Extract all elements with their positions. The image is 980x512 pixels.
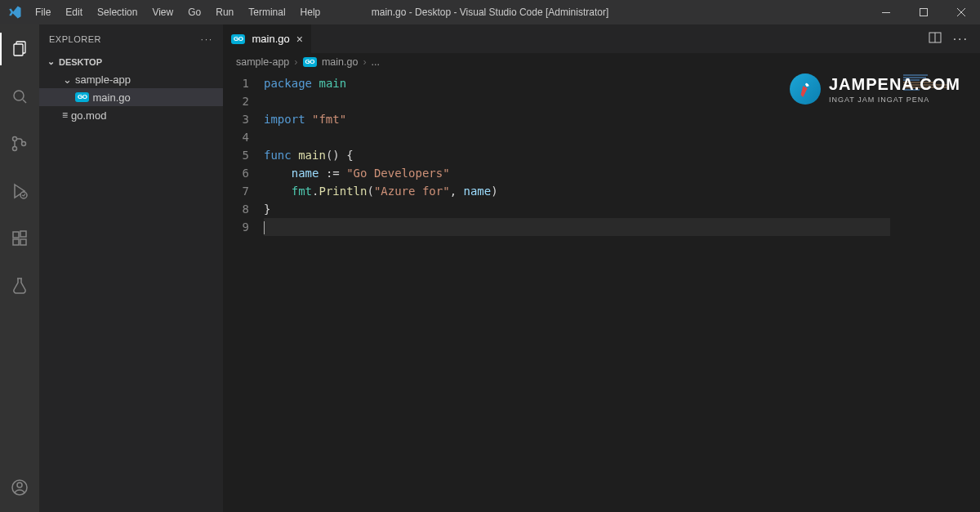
breadcrumb[interactable]: sample-app › GO main.go › ... <box>223 53 980 71</box>
close-button[interactable] <box>942 0 980 24</box>
breadcrumb-folder[interactable]: sample-app <box>236 56 289 68</box>
chevron-right-icon: › <box>294 56 297 68</box>
search-icon[interactable] <box>0 80 39 113</box>
tree-folder-sample-app[interactable]: ⌄ sample-app <box>39 70 223 88</box>
close-icon[interactable]: × <box>296 33 303 46</box>
menu-help[interactable]: Help <box>294 3 327 21</box>
menu-terminal[interactable]: Terminal <box>242 3 292 21</box>
menu-edit[interactable]: Edit <box>59 3 89 21</box>
svg-rect-0 <box>882 12 890 13</box>
file-tree: ⌄ sample-app GO main.go ≡ go.mod <box>39 70 223 124</box>
editor-area: GO main.go × ··· sample-app › GO main.go… <box>223 24 980 512</box>
go-file-icon: GO <box>75 92 89 102</box>
tab-main-go[interactable]: GO main.go × <box>223 24 312 53</box>
go-file-icon: GO <box>303 57 317 67</box>
explorer-more-icon[interactable]: ··· <box>201 34 213 44</box>
svg-rect-12 <box>20 231 26 237</box>
jampena-logo-icon <box>790 73 821 105</box>
folder-section-label: DESKTOP <box>59 57 102 67</box>
watermark: JAMPENA.COM INGAT JAM INGAT PENA <box>790 73 960 105</box>
svg-point-5 <box>13 137 17 141</box>
menu-run[interactable]: Run <box>209 3 240 21</box>
chevron-right-icon: › <box>363 56 366 68</box>
svg-rect-3 <box>14 44 23 56</box>
svg-rect-1 <box>920 9 928 16</box>
explorer-icon[interactable] <box>0 33 39 65</box>
menu-view[interactable]: View <box>145 3 180 21</box>
go-file-icon: GO <box>231 34 245 44</box>
activity-bar <box>0 24 39 512</box>
svg-point-7 <box>22 142 26 146</box>
split-editor-icon[interactable] <box>929 31 942 47</box>
folder-section[interactable]: ⌄ DESKTOP <box>39 53 223 70</box>
source-control-icon[interactable] <box>0 127 39 160</box>
chevron-down-icon: ⌄ <box>62 73 72 86</box>
svg-rect-10 <box>13 239 19 245</box>
maximize-button[interactable] <box>905 0 942 24</box>
testing-icon[interactable] <box>0 269 39 302</box>
tree-item-label: go.mod <box>71 109 106 122</box>
tree-file-main-go[interactable]: GO main.go <box>39 88 223 106</box>
title-bar: File Edit Selection View Go Run Terminal… <box>0 0 980 24</box>
svg-point-14 <box>17 483 22 488</box>
tree-item-label: main.go <box>92 91 130 104</box>
file-icon: ≡ <box>62 109 68 121</box>
extensions-icon[interactable] <box>0 222 39 255</box>
svg-point-4 <box>14 91 24 100</box>
accounts-icon[interactable] <box>0 471 39 504</box>
svg-rect-11 <box>20 239 26 245</box>
menu-selection[interactable]: Selection <box>91 3 144 21</box>
more-actions-icon[interactable]: ··· <box>953 32 969 47</box>
svg-point-6 <box>13 147 17 151</box>
tree-item-label: sample-app <box>75 73 131 86</box>
run-debug-icon[interactable] <box>0 175 39 207</box>
minimize-button[interactable] <box>867 0 905 24</box>
window-title: main.go - Desktop - Visual Studio Code [… <box>372 7 609 18</box>
code-editor[interactable]: 123456789 package main import "fmt" func… <box>223 71 980 512</box>
explorer-title: EXPLORER <box>49 34 101 44</box>
menu-go[interactable]: Go <box>181 3 207 21</box>
breadcrumb-more[interactable]: ... <box>372 56 380 68</box>
breadcrumb-file[interactable]: main.go <box>322 56 358 68</box>
watermark-subtitle: INGAT JAM INGAT PENA <box>829 96 960 104</box>
tree-file-go-mod[interactable]: ≡ go.mod <box>39 106 223 124</box>
vscode-logo-icon <box>0 5 29 20</box>
explorer-sidebar: EXPLORER ··· ⌄ DESKTOP ⌄ sample-app GO m… <box>39 24 223 512</box>
code-content[interactable]: package main import "fmt" func main() { … <box>264 71 980 512</box>
line-gutter: 123456789 <box>223 71 264 512</box>
watermark-title: JAMPENA.COM <box>829 75 960 94</box>
editor-tabs: GO main.go × ··· <box>223 24 980 53</box>
tab-label: main.go <box>252 33 289 45</box>
menu-file[interactable]: File <box>29 3 57 21</box>
menu-bar: File Edit Selection View Go Run Terminal… <box>29 3 327 21</box>
svg-rect-9 <box>13 232 19 238</box>
chevron-down-icon: ⌄ <box>46 56 56 67</box>
